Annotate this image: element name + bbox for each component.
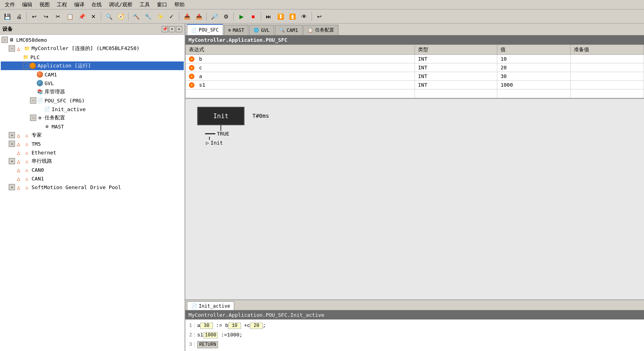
tree-expand-softmotion[interactable]: ＋ [9, 184, 15, 190]
code-content-1: a30 := b10 +c20; [197, 323, 266, 329]
tree-expand-tm5[interactable]: ＋ [9, 141, 15, 147]
tree-item-taskconfig[interactable]: － ⚙ 任务配置 [1, 113, 184, 122]
settings-button[interactable]: ⚙ [220, 11, 231, 22]
tree-label-mast: MAST [52, 124, 64, 130]
menu-help[interactable]: 帮助 [171, 0, 188, 9]
watch-button[interactable]: 👁 [299, 11, 310, 22]
cam-icon [36, 71, 43, 78]
download-button[interactable]: 📥 [181, 11, 192, 22]
menu-edit[interactable]: 编辑 [19, 0, 35, 9]
table-row: a INT 30 [186, 72, 644, 81]
tab-pou-sfc[interactable]: 📄 POU_SFC [187, 24, 223, 35]
sfc-line-v1 [220, 125, 221, 131]
code-section: 📄 Init_active MyController.Application.P… [185, 299, 644, 351]
delta-icon: △ [15, 45, 22, 52]
tree-expand-serial[interactable]: ＋ [9, 158, 15, 164]
tab-cam1[interactable]: 🔍 CAM1 [275, 25, 302, 35]
panel-close-button[interactable]: ✕ [176, 26, 182, 32]
back-button[interactable]: ↩ [314, 11, 325, 22]
nav-button[interactable]: 🧭 [115, 11, 126, 22]
find-button[interactable]: 🔍 [103, 11, 114, 22]
sfc-timer: T#0ms [252, 107, 269, 119]
tree-item-cam1[interactable]: CAM1 [1, 70, 184, 79]
print-button[interactable]: 🖨 [13, 11, 24, 22]
tree-expand-taskconfig[interactable]: － [30, 115, 36, 121]
menu-tools[interactable]: 工具 [136, 0, 153, 9]
sfc-trans-line [205, 133, 215, 134]
cell-value-a: 30 [497, 72, 571, 81]
tree-expand-lmc058demo[interactable]: － [2, 37, 8, 43]
tree-item-libmanager[interactable]: 📚 库管理器 [1, 87, 184, 96]
save-button[interactable]: 💾 [2, 11, 13, 22]
tab-task-config[interactable]: 📋 任务配置 [303, 25, 338, 35]
var-icon-c [189, 65, 194, 71]
code-editor: 1 a30 := b10 +c20; 2 sl1000 :=1000; [185, 319, 644, 351]
code-val-a: 30 [200, 323, 213, 329]
check-button[interactable]: ✓ [166, 11, 177, 22]
separator-3 [128, 12, 129, 21]
tree-item-can1[interactable]: △ △ CAN1 [1, 174, 184, 183]
delta-icon-serial: △ [15, 158, 22, 164]
return-keyword: RETURN [197, 341, 218, 348]
cut-button[interactable]: ✂ [52, 11, 63, 22]
cell-prepare-a [571, 72, 644, 81]
tab-task-label: 任务配置 [315, 27, 334, 33]
code-icon: 📄 [43, 106, 50, 112]
tree-item-mast[interactable]: ⚙ MAST [1, 122, 184, 131]
run-button[interactable]: ▶ [236, 11, 247, 22]
stop-button[interactable]: ■ [248, 11, 259, 22]
tree-item-expert[interactable]: ＋ △ △ 专家 [1, 131, 184, 139]
tree-expand-expert[interactable]: ＋ [9, 132, 15, 138]
rebuild-button[interactable]: 🔧 [142, 11, 153, 22]
code-line-3: 3 RETURN [187, 340, 642, 349]
redo-button[interactable]: ↪ [41, 11, 52, 22]
zoom-button[interactable]: 🔎 [209, 11, 220, 22]
tree-item-tm5[interactable]: ＋ △ △ TM5 [1, 139, 184, 148]
tree-expand-mycontroller[interactable]: － [9, 45, 15, 52]
tree-item-plc[interactable]: 📁 PLC [1, 53, 184, 61]
paste-button[interactable]: 📌 [76, 11, 87, 22]
tree-item-gvl[interactable]: GVL [1, 79, 184, 87]
tree-label-plc: PLC [30, 54, 39, 60]
tab-mast[interactable]: ⚙ MAST [224, 25, 249, 35]
cell-prepare-s1 [571, 81, 644, 89]
copy-button[interactable]: 📋 [64, 11, 75, 22]
step-over-button[interactable]: ⏭ [263, 11, 274, 22]
tree-expand-application[interactable]: － [23, 63, 29, 69]
upload-button[interactable]: 📤 [193, 11, 204, 22]
task-tab-icon: 📋 [308, 28, 313, 33]
tree-item-ethernet[interactable]: △ △ Ethernet [1, 148, 184, 157]
panel-minimize-button[interactable]: ▾ [169, 26, 175, 32]
tree-expand-pou[interactable]: － [30, 97, 36, 104]
undo-button[interactable]: ↩ [29, 11, 40, 22]
menu-compile[interactable]: 编译 [71, 0, 88, 9]
delete-button[interactable]: ✕ [88, 11, 99, 22]
menu-view[interactable]: 视图 [36, 0, 53, 9]
folder-icon-plc: 📁 [22, 54, 29, 60]
step-into-button[interactable]: ⏬ [275, 11, 286, 22]
tab-gvl[interactable]: 🌐 GVL [249, 25, 274, 35]
var-name-c: c [199, 65, 202, 71]
tree-label-ethernet: Ethernet [32, 150, 56, 156]
menu-file[interactable]: 文件 [2, 0, 18, 9]
menu-debug[interactable]: 调试/观察 [106, 0, 136, 9]
line-num-2: 2 [187, 332, 195, 338]
clean-button[interactable]: ✨ [154, 11, 165, 22]
tree-item-application[interactable]: － Application [运行] [1, 61, 184, 70]
toolbar: 💾 🖨 ↩ ↪ ✂ 📋 📌 ✕ 🔍 🧭 🔨 🔧 ✨ ✓ 📥 📤 🔎 ⚙ ▶ ■ … [0, 9, 644, 24]
tree-item-init-active[interactable]: 📄 Init_active [1, 105, 184, 113]
menu-online[interactable]: 在线 [88, 0, 105, 9]
step-out-button[interactable]: ⏫ [287, 11, 298, 22]
sfc-trans-label: TRUE [217, 131, 229, 137]
tree-item-mycontroller[interactable]: － △ 📁 MyController [连接的] (LMC05BLF4250) [1, 44, 184, 53]
tree-item-serial[interactable]: ＋ △ △ 串行线路 [1, 157, 184, 165]
panel-pin-button[interactable]: 📌 [162, 26, 168, 32]
tree-item-pou-sfc[interactable]: － 📄 POU_SFC (PRG) [1, 96, 184, 105]
tree-item-lmc058demo[interactable]: － 🖥 LMC058demo [1, 35, 184, 44]
code-tab-init-active[interactable]: 📄 Init_active [187, 301, 234, 310]
menu-project[interactable]: 工程 [54, 0, 70, 9]
build-button[interactable]: 🔨 [131, 11, 142, 22]
tree-item-softmotion[interactable]: ＋ △ △ SoftMotion General Drive Pool [1, 183, 184, 191]
tree-item-can0[interactable]: △ △ CAN0 [1, 165, 184, 174]
menu-window[interactable]: 窗口 [154, 0, 170, 9]
